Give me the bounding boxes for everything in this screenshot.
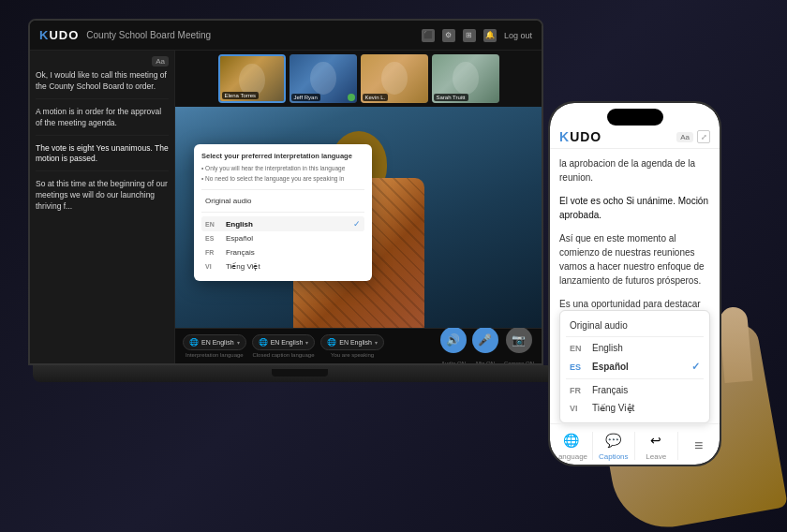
participant-thumb-4[interactable]: Sarah Truitt xyxy=(432,54,499,103)
phone-caption-1: la aprobacion de la agenda de la reunion… xyxy=(559,156,710,185)
phone-caption-3: Así que en este momento al comienzo de n… xyxy=(559,231,710,288)
interpretation-group: 🌐 EN English ▾ Interpretation language xyxy=(183,334,246,358)
laptop-screen: KUDO County School Board Meeting ⬛ ⚙ ⊞ 🔔… xyxy=(28,19,543,365)
phone-language-dropdown[interactable]: Original audio EN English ES Español ✓ F… xyxy=(559,310,710,423)
captions-panel: Aa Ok, I would like to call this meeting… xyxy=(30,51,175,363)
mic-button[interactable]: 🎤 xyxy=(472,327,498,353)
meeting-title: County School Board Meeting xyxy=(86,30,422,40)
dropdown-title: Select your preferred interpretation lan… xyxy=(201,152,364,160)
phone: KUDO Aa ⤢ la aprobacion de la agenda de … xyxy=(548,101,745,504)
lang-name-fr: Français xyxy=(226,248,255,257)
participant-name-4: Sarah Truitt xyxy=(434,94,468,101)
phone-dropdown-fr[interactable]: FR Français xyxy=(566,381,704,399)
dropdown-original-audio[interactable]: Original audio xyxy=(201,194,364,208)
phone-divider-2 xyxy=(566,378,704,379)
phone-dropdown-vi[interactable]: VI Tiếng Việt xyxy=(566,399,704,417)
leave-nav-icon: ↩ xyxy=(646,430,666,451)
dynamic-island xyxy=(607,109,663,126)
phone-divider-1 xyxy=(566,336,704,337)
participant-name-1: Elena Torres xyxy=(222,92,260,99)
dropdown-option-fr[interactable]: FR Français xyxy=(201,245,364,259)
lang-code-fr: FR xyxy=(205,249,220,256)
phone-nav-captions[interactable]: 💬 Captions xyxy=(593,430,635,461)
caption-item-3: The vote is eight Yes unanimous. The mot… xyxy=(36,143,169,172)
app-topbar: KUDO County School Board Meeting ⬛ ⚙ ⊞ 🔔… xyxy=(30,21,542,51)
laptop-base xyxy=(33,365,567,382)
interpretation-label: Interpretation language xyxy=(186,352,244,358)
caret-icon-2: ▾ xyxy=(305,339,308,346)
lang-code-es: ES xyxy=(205,235,220,242)
dropdown-divider-2 xyxy=(201,212,364,213)
dropdown-option-es[interactable]: ES Español xyxy=(201,231,364,245)
participant-thumb-2[interactable]: Jeff Ryan xyxy=(290,54,357,103)
participants-row: Elena Torres Jeff Ryan xyxy=(175,51,542,107)
language-dropdown[interactable]: Select your preferred interpretation lan… xyxy=(194,144,372,281)
topbar-icons: ⬛ ⚙ ⊞ 🔔 Log out xyxy=(422,29,532,42)
participant-name-2: Jeff Ryan xyxy=(291,94,320,101)
main-speaker-video: Select your preferred interpretation lan… xyxy=(175,107,542,328)
lang-code-en: EN xyxy=(205,221,220,228)
phone-aa-badge[interactable]: Aa xyxy=(676,132,693,142)
participant-name-3: Kevin L. xyxy=(363,94,389,101)
speaking-group: 🌐 EN English ▾ You are speaking xyxy=(320,334,384,358)
dropdown-divider xyxy=(201,189,364,190)
speaking-select[interactable]: 🌐 EN English ▾ xyxy=(320,334,384,350)
interpretation-select[interactable]: 🌐 EN English ▾ xyxy=(183,334,246,350)
language-nav-label: Language xyxy=(554,452,587,461)
phone-dropdown-en[interactable]: EN English xyxy=(566,339,704,357)
laptop: KUDO County School Board Meeting ⬛ ⚙ ⊞ 🔔… xyxy=(28,19,572,412)
lang-code-vi: VI xyxy=(205,263,220,270)
expand-icon[interactable]: ⤢ xyxy=(697,130,710,143)
captions-nav-icon: 💬 xyxy=(603,430,624,451)
speaking-label: You are speaking xyxy=(331,352,374,358)
app-content: Aa Ok, I would like to call this meeting… xyxy=(30,51,542,363)
captions-nav-label: Captions xyxy=(599,452,629,461)
phone-caption-4: Es una oportunidad para destacar el trab… xyxy=(559,297,710,310)
bottom-bar: 🌐 EN English ▾ Interpretation language 🌐… xyxy=(175,328,542,363)
video-area: Elena Torres Jeff Ryan xyxy=(175,51,542,363)
dropdown-option-vi[interactable]: VI Tiếng Việt xyxy=(201,259,364,273)
phone-caption-2: El vote es ocho Si unánime. Moción aprob… xyxy=(559,194,710,222)
phone-topbar: KUDO Aa ⤢ xyxy=(550,126,720,149)
aa-badge[interactable]: Aa xyxy=(152,56,169,66)
caption-item-1: Ok, I would like to call this meeting of… xyxy=(36,70,169,99)
phone-kudo-logo: KUDO xyxy=(559,129,601,144)
monitor-icon[interactable]: ⬛ xyxy=(422,29,435,42)
hamburger-icon: ≡ xyxy=(689,436,709,456)
bell-icon[interactable]: 🔔 xyxy=(483,29,497,42)
settings-icon[interactable]: ⚙ xyxy=(442,29,455,42)
phone-dropdown-original[interactable]: Original audio xyxy=(566,317,704,334)
caret-icon-3: ▾ xyxy=(375,339,378,346)
signal-indicator-2 xyxy=(348,94,355,101)
lang-name-vi: Tiếng Việt xyxy=(226,262,260,271)
caret-icon: ▾ xyxy=(237,339,240,346)
grid-icon[interactable]: ⊞ xyxy=(463,29,476,42)
phone-nav-menu[interactable]: ≡ xyxy=(678,436,720,456)
caption-label: Closed caption language xyxy=(252,352,314,358)
caption-item-2: A motion is in order for the approval of… xyxy=(36,107,169,136)
camera-button[interactable]: 📷 xyxy=(506,327,532,353)
phone-screen: KUDO Aa ⤢ la aprobacion de la agenda de … xyxy=(550,103,720,465)
audio-button[interactable]: 🔊 xyxy=(440,327,467,353)
kudo-logo: KUDO xyxy=(39,28,79,42)
caption-item-4: So at this time at the beginning of our … xyxy=(36,179,169,218)
lang-name-es: Español xyxy=(226,234,253,243)
phone-bottom-nav: 🌐 Language 💬 Captions ↩ Leave ≡ xyxy=(550,423,720,465)
phone-check-es: ✓ xyxy=(691,361,700,373)
participant-thumb-1[interactable]: Elena Torres xyxy=(218,54,286,103)
logout-button[interactable]: Log out xyxy=(504,31,532,40)
caption-select[interactable]: 🌐 EN English ▾ xyxy=(252,334,316,350)
phone-dropdown-es[interactable]: ES Español ✓ xyxy=(566,357,704,377)
phone-device: KUDO Aa ⤢ la aprobacion de la agenda de … xyxy=(548,101,721,466)
caption-group: 🌐 EN English ▾ Closed caption language xyxy=(252,334,316,358)
participant-thumb-3[interactable]: Kevin L. xyxy=(361,54,428,103)
phone-nav-leave[interactable]: ↩ Leave xyxy=(635,430,677,461)
dropdown-bullets: • Only you will hear the interpretation … xyxy=(201,164,364,184)
check-en: ✓ xyxy=(353,219,361,229)
language-nav-icon: 🌐 xyxy=(560,430,581,451)
phone-captions: la aprobacion de la agenda de la reunion… xyxy=(550,149,720,310)
phone-nav-language[interactable]: 🌐 Language xyxy=(550,430,592,461)
phone-topbar-right: Aa ⤢ xyxy=(676,130,710,143)
lang-name-en: English xyxy=(226,220,253,229)
dropdown-option-en[interactable]: EN English ✓ xyxy=(201,216,364,231)
